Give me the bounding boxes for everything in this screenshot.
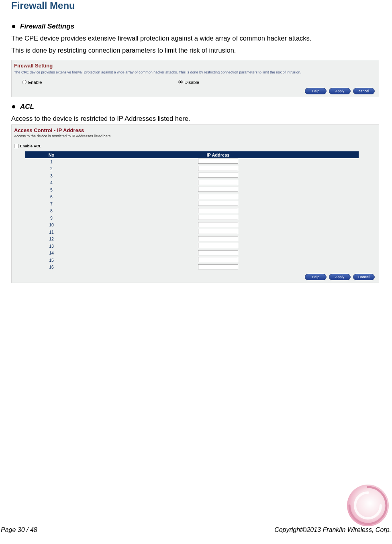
page-number: Page 30 / 48 bbox=[1, 526, 37, 534]
table-row: 15 bbox=[25, 257, 359, 264]
cancel-button[interactable]: Cancel bbox=[353, 274, 375, 280]
panel-description: Access to the device is restricted to IP… bbox=[12, 134, 379, 144]
table-row: 5 bbox=[25, 186, 359, 194]
ip-input[interactable] bbox=[198, 208, 238, 213]
enable-acl-label: Enable ACL bbox=[20, 144, 41, 148]
ip-input[interactable] bbox=[198, 159, 238, 164]
no-cell: 16 bbox=[25, 264, 78, 271]
help-button[interactable]: Help bbox=[305, 274, 327, 280]
ip-cell bbox=[78, 214, 359, 222]
no-cell: 8 bbox=[25, 208, 78, 215]
ip-input[interactable] bbox=[198, 264, 238, 269]
svg-point-0 bbox=[347, 485, 389, 526]
ip-input[interactable] bbox=[198, 229, 238, 234]
button-row: Help Apply cancel bbox=[12, 86, 379, 97]
table-row: 14 bbox=[25, 250, 359, 257]
copyright-text: Copyright©2013 Franklin Wireless, Corp. bbox=[274, 526, 391, 534]
body-text: Access to the device is restricted to IP… bbox=[11, 113, 379, 124]
body-text: This is done by restricting connection p… bbox=[11, 45, 379, 55]
page-title: Firewall Menu bbox=[11, 0, 379, 11]
ip-cell bbox=[78, 228, 359, 236]
no-cell: 3 bbox=[25, 172, 78, 179]
ip-input[interactable] bbox=[198, 215, 238, 220]
ip-input[interactable] bbox=[198, 194, 238, 199]
no-cell: 11 bbox=[25, 228, 78, 236]
cancel-button[interactable]: cancel bbox=[353, 88, 375, 94]
section-heading-label: Firewall Settings bbox=[20, 22, 74, 31]
ip-input[interactable] bbox=[198, 201, 238, 206]
ip-input[interactable] bbox=[198, 180, 238, 185]
table-row: 13 bbox=[25, 242, 359, 250]
table-row: 10 bbox=[25, 222, 359, 229]
apply-button[interactable]: Apply bbox=[329, 274, 351, 280]
ip-cell bbox=[78, 236, 359, 243]
table-row: 12 bbox=[25, 236, 359, 243]
ip-cell bbox=[78, 264, 359, 271]
ip-cell bbox=[78, 257, 359, 264]
radio-label: Disable bbox=[184, 80, 199, 85]
enable-acl-checkbox[interactable] bbox=[14, 144, 18, 148]
apply-button[interactable]: Apply bbox=[329, 88, 351, 94]
enable-radio-group[interactable]: Enable bbox=[22, 80, 42, 85]
ip-input[interactable] bbox=[198, 173, 238, 178]
no-cell: 10 bbox=[25, 222, 78, 229]
radio-icon[interactable] bbox=[178, 80, 183, 84]
ip-input[interactable] bbox=[198, 257, 238, 262]
radio-icon[interactable] bbox=[22, 80, 27, 84]
ip-cell bbox=[78, 200, 359, 208]
ip-cell bbox=[78, 194, 359, 201]
bullet-icon bbox=[12, 105, 15, 108]
section-heading-firewall-settings: Firewall Settings bbox=[11, 22, 379, 31]
ip-input[interactable] bbox=[198, 250, 238, 255]
no-cell: 14 bbox=[25, 250, 78, 257]
body-text: The CPE device provides extensive firewa… bbox=[11, 33, 379, 43]
logo-swirl-icon bbox=[344, 481, 392, 530]
col-header-ip: IP Address bbox=[78, 151, 359, 158]
ip-cell bbox=[78, 165, 359, 173]
bullet-icon bbox=[12, 25, 15, 28]
no-cell: 9 bbox=[25, 214, 78, 222]
button-row: Help Apply Cancel bbox=[12, 271, 379, 283]
ip-input[interactable] bbox=[198, 222, 238, 227]
section-heading-acl: ACL bbox=[11, 103, 379, 111]
no-cell: 12 bbox=[25, 236, 78, 243]
panel-title: Access Control - IP Address bbox=[12, 125, 379, 134]
ip-cell bbox=[78, 179, 359, 187]
ip-input[interactable] bbox=[198, 187, 238, 192]
ip-cell bbox=[78, 250, 359, 257]
acl-table: No IP Address 12345678910111213141516 bbox=[25, 151, 359, 271]
disable-radio-group[interactable]: Disable bbox=[178, 80, 199, 85]
no-cell: 15 bbox=[25, 257, 78, 264]
ip-input[interactable] bbox=[198, 166, 238, 171]
ip-input[interactable] bbox=[198, 236, 238, 241]
no-cell: 1 bbox=[25, 158, 78, 165]
panel-description: The CPE device provides extensive firewa… bbox=[12, 70, 379, 78]
ip-input[interactable] bbox=[198, 243, 238, 248]
ip-cell bbox=[78, 208, 359, 215]
table-row: 1 bbox=[25, 158, 359, 165]
table-row: 2 bbox=[25, 165, 359, 173]
table-row: 6 bbox=[25, 194, 359, 201]
no-cell: 2 bbox=[25, 165, 78, 173]
ip-cell bbox=[78, 222, 359, 229]
table-row: 8 bbox=[25, 208, 359, 215]
enable-acl-row: Enable ACL bbox=[12, 144, 379, 151]
no-cell: 13 bbox=[25, 242, 78, 250]
ip-cell bbox=[78, 242, 359, 250]
table-row: 16 bbox=[25, 264, 359, 271]
page-footer: Page 30 / 48 Copyright©2013 Franklin Wir… bbox=[0, 526, 392, 534]
no-cell: 6 bbox=[25, 194, 78, 201]
acl-panel: Access Control - IP Address Access to th… bbox=[11, 124, 379, 283]
help-button[interactable]: Help bbox=[305, 88, 327, 94]
ip-cell bbox=[78, 158, 359, 165]
table-row: 4 bbox=[25, 179, 359, 187]
ip-cell bbox=[78, 186, 359, 194]
table-row: 7 bbox=[25, 200, 359, 208]
no-cell: 4 bbox=[25, 179, 78, 187]
table-row: 9 bbox=[25, 214, 359, 222]
no-cell: 5 bbox=[25, 186, 78, 194]
firewall-setting-panel: Firewall Setting The CPE device provides… bbox=[11, 60, 379, 97]
section-heading-label: ACL bbox=[20, 103, 34, 111]
firewall-radio-row: Enable Disable bbox=[12, 78, 379, 86]
ip-cell bbox=[78, 172, 359, 179]
